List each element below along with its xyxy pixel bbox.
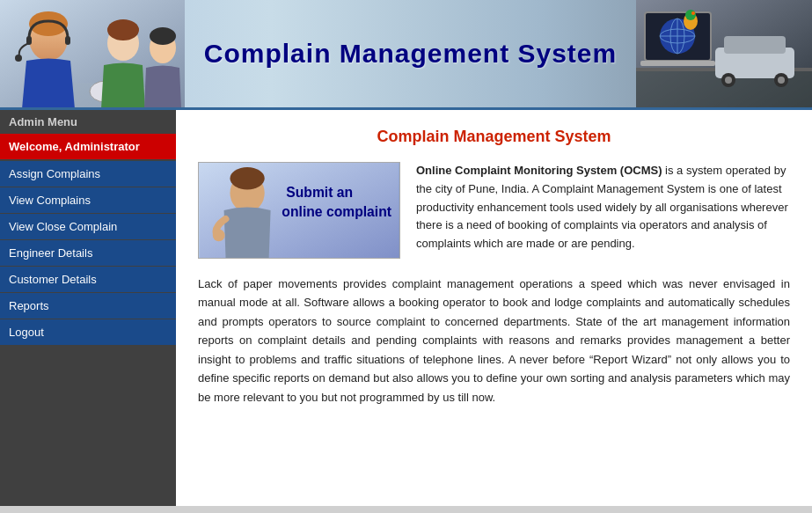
svg-text:online complaint: online complaint (282, 204, 391, 219)
welcome-bar: Welcome, Administrator (0, 134, 176, 159)
description-text: Online Complaint Monitoring System (OCMS… (416, 162, 790, 259)
main-paragraph: Lack of paper movements provides complai… (198, 275, 790, 407)
sidebar-item-assign-complains[interactable]: Assign Complains (0, 161, 176, 187)
svg-point-19 (725, 77, 732, 84)
main-layout: Admin Menu Welcome, Administrator Assign… (0, 110, 812, 506)
header-people-svg (0, 0, 185, 109)
banner-image: Submit an online complaint (198, 163, 400, 258)
header-right-image (636, 0, 812, 109)
svg-text:Submit an: Submit an (286, 185, 353, 200)
content-area: Complain Management System (176, 110, 812, 506)
header: Complain Management System (0, 0, 812, 110)
svg-rect-31 (640, 61, 715, 66)
header-people-image (0, 0, 185, 109)
svg-point-29 (685, 10, 696, 20)
admin-menu-label: Admin Menu (0, 110, 176, 134)
svg-point-35 (213, 230, 225, 242)
svg-point-34 (230, 167, 264, 190)
intro-section: Submit an online complaint Online Compla… (198, 162, 790, 259)
app-title: Complain Management System (204, 39, 617, 69)
svg-point-30 (691, 11, 695, 15)
sidebar-item-customer-details[interactable]: Customer Details (0, 267, 176, 292)
submit-complaint-banner: Submit an online complaint (198, 162, 400, 259)
ocms-bold-text: Online Complaint Monitoring System (OCMS… (416, 164, 662, 177)
sidebar-item-engineer-details[interactable]: Engineer Details (0, 240, 176, 266)
header-laptop-svg (636, 0, 812, 109)
svg-point-21 (778, 77, 785, 84)
svg-rect-17 (724, 36, 786, 54)
svg-point-8 (15, 55, 22, 62)
sidebar-item-logout[interactable]: Logout (0, 319, 176, 345)
header-left-image (0, 0, 185, 109)
sidebar-item-view-close-complain[interactable]: View Close Complain (0, 214, 176, 239)
header-title-area: Complain Management System (185, 0, 636, 107)
content-title: Complain Management System (198, 128, 790, 146)
svg-rect-7 (65, 36, 70, 45)
sidebar: Admin Menu Welcome, Administrator Assign… (0, 110, 176, 506)
sidebar-item-reports[interactable]: Reports (0, 293, 176, 319)
svg-point-12 (150, 27, 176, 45)
svg-point-10 (107, 19, 139, 40)
sidebar-item-view-complains[interactable]: View Complains (0, 187, 176, 213)
